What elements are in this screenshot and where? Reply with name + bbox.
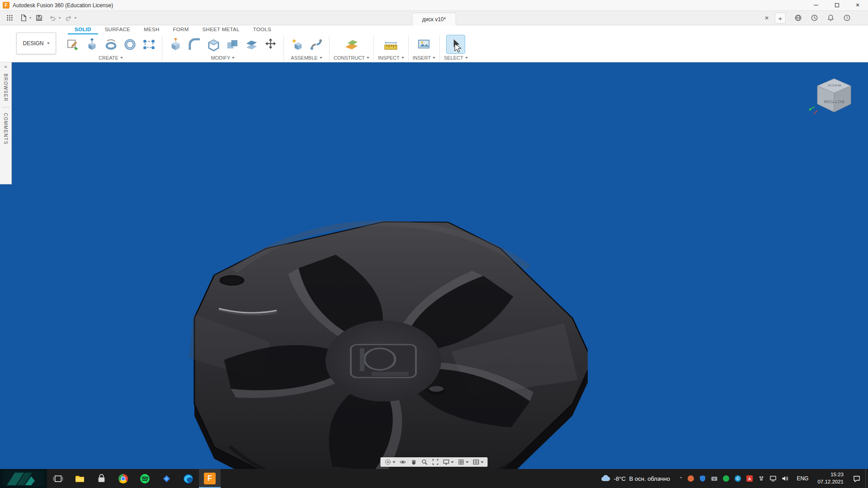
workspace-selector[interactable]: DESIGN: [16, 33, 56, 54]
undo-button[interactable]: [47, 12, 58, 24]
modify-dropdown[interactable]: MODIFY: [211, 55, 235, 61]
spotify-button[interactable]: [134, 469, 156, 488]
fit-button[interactable]: [432, 459, 439, 465]
offset-face-button[interactable]: [242, 35, 260, 53]
new-document-button[interactable]: +: [775, 13, 786, 23]
maximize-button[interactable]: [826, 0, 847, 10]
comments-panel-tab[interactable]: COMMENTS: [3, 113, 8, 145]
tray-orange-app-icon[interactable]: [687, 475, 694, 483]
sweep-button[interactable]: [121, 35, 139, 53]
wheel-disk-model[interactable]: [181, 216, 588, 469]
move-button[interactable]: [261, 35, 279, 53]
tab-solid[interactable]: SOLID: [68, 25, 98, 34]
tab-tools[interactable]: TOOLS: [246, 25, 278, 34]
construct-dropdown[interactable]: CONSTRUCT: [334, 55, 369, 61]
tray-green-dot-icon[interactable]: [722, 475, 730, 483]
chevron-down-icon[interactable]: ▾: [29, 16, 31, 20]
clock-icon: [811, 14, 818, 22]
tray-expand-button[interactable]: ⌃: [679, 476, 683, 481]
weather-widget[interactable]: -8°C В осн. облачно: [595, 469, 675, 488]
tray-autodesk-icon[interactable]: A: [745, 475, 753, 483]
show-desktop-button[interactable]: [865, 469, 868, 488]
fillet-button[interactable]: [185, 35, 203, 53]
construction-plane-button[interactable]: [343, 35, 361, 53]
store-button[interactable]: [90, 469, 112, 488]
chevron-down-icon: [120, 57, 123, 59]
bell-icon: [827, 14, 835, 22]
document-tab[interactable]: диск v10*: [412, 13, 456, 25]
select-dropdown[interactable]: SELECT: [444, 55, 468, 61]
chevron-down-icon[interactable]: ▾: [75, 16, 76, 20]
grid-snap-button[interactable]: [458, 459, 469, 465]
minimize-button[interactable]: [806, 0, 826, 10]
display-settings-icon: [443, 459, 450, 465]
chrome-icon: [118, 473, 129, 484]
tray-blue-c-icon[interactable]: C: [734, 475, 741, 483]
redo-button[interactable]: [62, 12, 74, 24]
help-button[interactable]: ?: [841, 12, 853, 24]
close-button[interactable]: ✕: [847, 0, 868, 10]
group-label-construct: CONSTRUCT: [334, 55, 365, 61]
inspect-dropdown[interactable]: INSPECT: [378, 55, 404, 61]
close-icon: ✕: [764, 15, 769, 21]
tray-display-icon[interactable]: [769, 475, 777, 483]
chrome-button[interactable]: [112, 469, 134, 488]
notifications-button[interactable]: [825, 12, 836, 24]
file-icon: [19, 14, 27, 22]
job-status-button[interactable]: [808, 12, 820, 24]
language-indicator[interactable]: ENG: [792, 469, 813, 488]
insert-canvas-button[interactable]: [415, 35, 433, 53]
shell-button[interactable]: [204, 35, 222, 53]
extrude-button[interactable]: [83, 35, 101, 53]
chevron-down-icon[interactable]: ▾: [59, 16, 61, 20]
start-logo-icon: [3, 471, 44, 486]
insert-dropdown[interactable]: INSERT: [413, 55, 435, 61]
task-view-button[interactable]: [47, 469, 69, 488]
grid-icon: [458, 459, 465, 465]
tray-camera-icon[interactable]: [710, 475, 718, 483]
tray-volume-icon[interactable]: [781, 475, 788, 483]
construction-plane-icon: [344, 38, 359, 52]
create-sketch-button[interactable]: [64, 35, 82, 53]
orbit-button[interactable]: [385, 459, 396, 465]
file-explorer-button[interactable]: [69, 469, 90, 488]
action-center-button[interactable]: [848, 469, 865, 488]
viewports-button[interactable]: [473, 459, 484, 465]
display-settings-button[interactable]: [443, 459, 454, 465]
clock[interactable]: 15:23 07.12.2021: [813, 469, 848, 488]
zoom-button[interactable]: [421, 459, 428, 465]
expand-panel-button[interactable]: »: [4, 64, 7, 69]
system-tray: ⌃ C A: [675, 469, 792, 488]
joint-button[interactable]: [307, 35, 325, 53]
shell-icon: [207, 38, 221, 52]
file-menu-button[interactable]: [17, 12, 29, 24]
tab-surface[interactable]: SURFACE: [98, 25, 137, 34]
tab-sheet-metal[interactable]: SHEET METAL: [196, 25, 246, 34]
blue-diamond-app-button[interactable]: [156, 469, 177, 488]
tab-form[interactable]: FORM: [166, 25, 196, 34]
fusion-360-taskbar-button[interactable]: F: [199, 469, 221, 488]
tray-gray-app-icon[interactable]: [757, 475, 765, 483]
revolve-button[interactable]: [102, 35, 120, 53]
pattern-button[interactable]: [140, 35, 158, 53]
new-component-button[interactable]: [288, 35, 306, 53]
look-at-button[interactable]: [400, 459, 406, 465]
create-dropdown[interactable]: CREATE: [99, 55, 123, 61]
press-pull-button[interactable]: [166, 35, 184, 53]
document-close-button[interactable]: ✕: [762, 14, 771, 23]
assemble-dropdown[interactable]: ASSEMBLE: [291, 55, 322, 61]
view-cube[interactable]: BACK BOTTOM: [808, 68, 860, 120]
tray-shield-icon[interactable]: [698, 475, 706, 483]
edge-button[interactable]: [177, 469, 199, 488]
new-component-icon: [290, 38, 304, 52]
tab-mesh[interactable]: MESH: [137, 25, 166, 34]
extensions-button[interactable]: [792, 12, 804, 24]
app-grid-button[interactable]: [4, 12, 15, 24]
save-button[interactable]: [33, 12, 45, 24]
viewport-canvas[interactable]: » BROWSER COMMENTS: [0, 62, 868, 469]
pan-button[interactable]: [410, 459, 417, 465]
browser-panel-tab[interactable]: BROWSER: [3, 74, 8, 102]
combine-button[interactable]: [223, 35, 241, 53]
measure-button[interactable]: [382, 35, 400, 53]
start-button[interactable]: [0, 469, 47, 488]
